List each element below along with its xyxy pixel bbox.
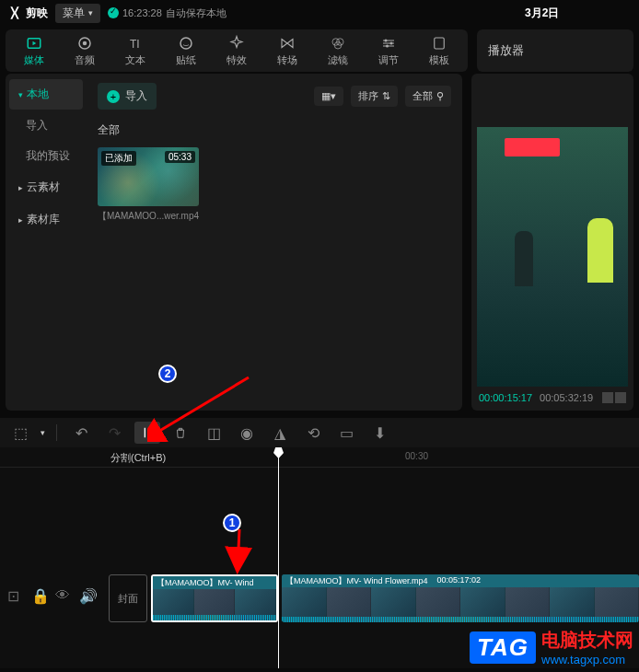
media-toolbar: + 导入 ▦▾ 排序 ⇅ 全部 ⚲ <box>98 83 451 110</box>
tab-label: 媒体 <box>24 53 44 67</box>
tab-template[interactable]: 模板 <box>413 30 464 71</box>
timeline-clip-1[interactable]: 【MAMAMOO】MV- Wind <box>151 574 278 622</box>
sidebar-item-cloud[interactable]: ▸云素材 <box>9 172 83 203</box>
tab-label: 特效 <box>227 53 247 67</box>
tab-label: 模板 <box>429 53 449 67</box>
clip-label: 【MAMAMOO】MV- Wind Flower.mp4 <box>285 575 428 586</box>
tab-label: 文本 <box>125 53 145 67</box>
added-badge: 已添加 <box>101 151 136 166</box>
tab-label: 音频 <box>75 53 95 67</box>
player-title: 播放器 <box>488 42 524 59</box>
chevron-down-icon: ▾ <box>18 90 23 99</box>
player-panel: 00:00:15:17 00:05:32:19 <box>471 74 633 411</box>
tab-text[interactable]: TI文本 <box>110 30 161 71</box>
tab-label: 调节 <box>378 53 399 67</box>
track-area: ⊡ 🔒 👁 🔊 封面 【MAMAMOO】MV- Wind 【MAMAMOO】MV… <box>0 468 639 652</box>
mute-icon[interactable]: 🔊 <box>79 587 96 604</box>
mirror-button[interactable]: ◮ <box>267 422 293 444</box>
eye-icon[interactable]: 👁 <box>55 587 72 604</box>
menu-button[interactable]: 菜单 ▾ <box>55 4 100 23</box>
tab-label: 滤镜 <box>328 53 348 67</box>
player-view-buttons[interactable] <box>602 392 626 403</box>
watermark-site-name: 电脑技术网 <box>541 628 633 653</box>
chevron-down-icon[interactable]: ▾ <box>41 428 45 437</box>
svg-line-12 <box>157 377 249 433</box>
scissors-icon <box>7 6 22 20</box>
sidebar-item-label: 素材库 <box>27 212 60 227</box>
plus-icon: + <box>107 90 120 103</box>
player-preview[interactable] <box>477 127 628 387</box>
frame-button[interactable]: ▭ <box>333 422 359 444</box>
media-panel: ▾本地 导入 我的预设 ▸云素材 ▸素材库 + 导入 ▦▾ 排序 ⇅ 全部 ⚲ … <box>6 74 462 411</box>
player-header: 播放器 <box>477 29 633 72</box>
timeline-ruler[interactable]: 分割(Ctrl+B) 00:30 <box>0 447 639 468</box>
tab-adjust[interactable]: 调节 <box>363 30 413 71</box>
pointer-tool[interactable]: ⬚ <box>7 422 33 444</box>
collapse-icon[interactable]: ⊡ <box>7 587 24 604</box>
sidebar-item-presets[interactable]: 我的预设 <box>9 142 83 170</box>
cover-button[interactable]: 封面 <box>109 574 147 622</box>
sort-button[interactable]: 排序 ⇅ <box>351 86 398 107</box>
sidebar-item-label: 云素材 <box>27 180 60 195</box>
svg-rect-11 <box>434 38 444 49</box>
svg-point-10 <box>386 44 389 47</box>
annotation-marker-2: 2 <box>158 365 177 383</box>
menu-label: 菜单 <box>63 6 85 21</box>
cover-label: 封面 <box>118 592 138 606</box>
annotation-arrow-1 <box>166 525 258 580</box>
tab-transition[interactable]: 转场 <box>261 30 312 71</box>
main-tabs-row: 媒体 音频 TI文本 贴纸 特效 转场 滤镜 调节 模板 播放器 <box>0 26 639 72</box>
sidebar-item-label: 本地 <box>27 87 49 102</box>
playhead[interactable] <box>278 447 279 668</box>
timeline-clip-2[interactable]: 【MAMAMOO】MV- Wind Flower.mp400:05:17:02 <box>282 574 639 622</box>
svg-point-8 <box>384 39 387 41</box>
lock-icon[interactable]: 🔒 <box>31 587 48 604</box>
thumbnail-filename: 【MAMAMOO...wer.mp4 <box>98 210 199 223</box>
svg-point-2 <box>83 41 87 45</box>
media-main: + 导入 ▦▾ 排序 ⇅ 全部 ⚲ 全部 已添加 05:33 【MAMAMOO.… <box>87 74 462 411</box>
filter-all-button[interactable]: 全部 ⚲ <box>405 86 451 107</box>
tab-filter[interactable]: 滤镜 <box>312 30 363 71</box>
export-button[interactable]: ⬇ <box>366 422 392 444</box>
import-button[interactable]: + 导入 <box>98 83 157 110</box>
sidebar-item-import[interactable]: 导入 <box>9 111 83 140</box>
all-label: 全部 <box>412 89 433 103</box>
annotation-marker-1: 1 <box>223 514 241 532</box>
svg-point-9 <box>389 41 392 44</box>
sidebar-item-local[interactable]: ▾本地 <box>9 79 83 110</box>
track-controls: ⊡ 🔒 👁 🔊 <box>7 587 96 604</box>
current-time: 00:00:15:17 <box>479 392 532 403</box>
media-sidebar: ▾本地 导入 我的预设 ▸云素材 ▸素材库 <box>6 74 87 411</box>
timeline-toolbar: ⬚ ▾ ↶ ↷ ◫ ◉ ◮ ⟲ ▭ ⬇ <box>0 418 639 447</box>
tab-label: 贴纸 <box>176 53 196 67</box>
autosave-text: 自动保存本地 <box>166 6 227 20</box>
ruler-tick: 00:30 <box>405 451 428 461</box>
undo-button[interactable]: ↶ <box>68 422 94 444</box>
svg-point-4 <box>180 38 192 49</box>
clip-duration: 00:05:17:02 <box>437 575 482 586</box>
watermark: TAG 电脑技术网 www.tagxp.com <box>470 628 633 666</box>
split-tooltip: 分割(Ctrl+B) <box>110 451 166 465</box>
tabs-panel: 媒体 音频 TI文本 贴纸 特效 转场 滤镜 调节 模板 <box>6 29 468 72</box>
chevron-right-icon: ▸ <box>18 215 23 225</box>
watermark-tag: TAG <box>470 631 536 664</box>
thumbnail-image: 已添加 05:33 <box>98 147 199 206</box>
media-thumbnail[interactable]: 已添加 05:33 【MAMAMOO...wer.mp4 <box>98 147 199 223</box>
autosave-status: 16:23:28 自动保存本地 <box>108 6 227 20</box>
sidebar-item-library[interactable]: ▸素材库 <box>9 204 83 235</box>
svg-line-13 <box>238 529 239 569</box>
tab-sticker[interactable]: 贴纸 <box>161 30 212 71</box>
check-icon <box>108 7 119 18</box>
player-timecode: 00:00:15:17 00:05:32:19 <box>479 392 626 403</box>
tab-effect[interactable]: 特效 <box>212 30 262 71</box>
title-bar: 剪映 菜单 ▾ 16:23:28 自动保存本地 3月2日 <box>0 0 639 26</box>
redo-button[interactable]: ↷ <box>101 422 127 444</box>
view-mode-button[interactable]: ▦▾ <box>314 87 343 106</box>
autosave-time: 16:23:28 <box>122 7 162 18</box>
rotate-button[interactable]: ⟲ <box>300 422 326 444</box>
tab-media[interactable]: 媒体 <box>9 30 60 71</box>
media-section-label: 全部 <box>98 122 451 138</box>
tab-audio[interactable]: 音频 <box>60 30 110 71</box>
duration-badge: 05:33 <box>165 151 195 163</box>
sort-label: 排序 <box>358 89 378 103</box>
